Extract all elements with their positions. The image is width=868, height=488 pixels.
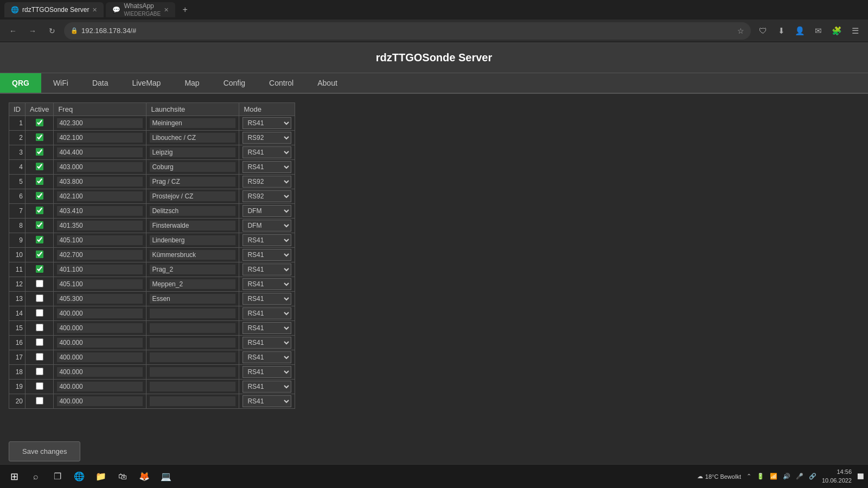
checkbox-4[interactable] [36, 163, 43, 170]
launch-input-16[interactable] [150, 338, 235, 348]
row-launch-3[interactable] [146, 145, 239, 160]
freq-input-17[interactable] [57, 352, 143, 362]
nav-tab-wifi[interactable]: WiFi [41, 73, 80, 93]
launch-input-1[interactable] [150, 118, 235, 128]
row-freq-2[interactable] [54, 131, 146, 145]
row-mode-17[interactable]: RS41RS92DFMM10M20IMET [239, 350, 295, 365]
row-launch-20[interactable] [146, 394, 239, 409]
checkbox-15[interactable] [36, 324, 43, 331]
row-freq-8[interactable] [54, 219, 146, 233]
mode-select-1[interactable]: RS41RS92DFMM10M20IMET [242, 117, 291, 129]
row-launch-8[interactable] [146, 219, 239, 233]
tab-close-whatsapp[interactable]: ✕ [164, 7, 169, 14]
checkbox-3[interactable] [36, 148, 43, 156]
row-active-17[interactable] [25, 350, 54, 365]
launch-input-12[interactable] [150, 279, 235, 289]
row-launch-17[interactable] [146, 350, 239, 365]
freq-input-2[interactable] [57, 133, 143, 143]
chevron-icon[interactable]: ⌃ [746, 473, 751, 480]
store-icon[interactable]: 🛍 [113, 467, 132, 486]
row-launch-7[interactable] [146, 204, 239, 219]
checkbox-10[interactable] [36, 251, 43, 258]
start-button[interactable]: ⊞ [4, 467, 24, 486]
row-freq-4[interactable] [54, 160, 146, 175]
mode-select-9[interactable]: RS41RS92DFMM10M20IMET [242, 234, 291, 246]
row-active-19[interactable] [25, 380, 54, 394]
freq-input-13[interactable] [57, 294, 143, 304]
row-launch-4[interactable] [146, 160, 239, 175]
freq-input-19[interactable] [57, 382, 143, 391]
row-freq-16[interactable] [54, 336, 146, 350]
row-freq-1[interactable] [54, 116, 146, 131]
row-freq-20[interactable] [54, 394, 146, 409]
mail-icon[interactable]: ✉ [810, 23, 826, 38]
terminal-icon[interactable]: 💻 [156, 467, 176, 486]
freq-input-10[interactable] [57, 250, 143, 260]
checkbox-6[interactable] [36, 192, 43, 200]
row-mode-4[interactable]: RS41RS92DFMM10M20IMET [239, 160, 295, 175]
refresh-button[interactable]: ↻ [44, 23, 60, 38]
row-mode-15[interactable]: RS41RS92DFMM10M20IMET [239, 321, 295, 336]
launch-input-20[interactable] [150, 396, 235, 406]
checkbox-13[interactable] [36, 294, 43, 302]
freq-input-16[interactable] [57, 338, 143, 348]
launch-input-10[interactable] [150, 250, 235, 260]
checkbox-17[interactable] [36, 353, 43, 361]
checkbox-11[interactable] [36, 265, 43, 273]
freq-input-12[interactable] [57, 279, 143, 289]
checkbox-19[interactable] [36, 382, 43, 390]
checkbox-9[interactable] [36, 236, 43, 243]
checkbox-18[interactable] [36, 368, 43, 375]
row-active-11[interactable] [25, 262, 54, 277]
mode-select-13[interactable]: RS41RS92DFMM10M20IMET [242, 293, 291, 305]
row-mode-9[interactable]: RS41RS92DFMM10M20IMET [239, 233, 295, 248]
volume-icon[interactable]: 🔊 [783, 473, 790, 480]
row-freq-9[interactable] [54, 233, 146, 248]
freq-input-9[interactable] [57, 235, 143, 245]
mode-select-14[interactable]: RS41RS92DFMM10M20IMET [242, 307, 291, 319]
row-mode-10[interactable]: RS41RS92DFMM10M20IMET [239, 248, 295, 262]
row-freq-7[interactable] [54, 204, 146, 219]
row-active-4[interactable] [25, 160, 54, 175]
checkbox-16[interactable] [36, 338, 43, 346]
row-launch-18[interactable] [146, 365, 239, 380]
row-launch-16[interactable] [146, 336, 239, 350]
bookmark-icon[interactable]: ☆ [737, 27, 744, 35]
launch-input-17[interactable] [150, 352, 235, 362]
mode-select-4[interactable]: RS41RS92DFMM10M20IMET [242, 161, 291, 173]
save-changes-button[interactable]: Save changes [9, 441, 80, 461]
mode-select-17[interactable]: RS41RS92DFMM10M20IMET [242, 351, 291, 363]
tab-whatsapp[interactable]: 💬 WhatsAppWIEDERGABE ✕ [106, 2, 175, 17]
freq-input-14[interactable] [57, 309, 143, 318]
row-freq-10[interactable] [54, 248, 146, 262]
checkbox-7[interactable] [36, 207, 43, 214]
mode-select-18[interactable]: RS41RS92DFMM10M20IMET [242, 366, 291, 378]
shield-icon[interactable]: 🛡 [755, 23, 770, 38]
launch-input-8[interactable] [150, 221, 235, 230]
forward-button[interactable]: → [25, 23, 40, 38]
freq-input-15[interactable] [57, 323, 143, 333]
row-active-12[interactable] [25, 277, 54, 292]
row-mode-2[interactable]: RS41RS92DFMM10M20IMET [239, 131, 295, 145]
explorer-icon[interactable]: 📁 [91, 467, 111, 486]
extension-icon[interactable]: 🧩 [829, 23, 844, 38]
show-desktop-icon[interactable]: ⬜ [857, 473, 864, 479]
launch-input-19[interactable] [150, 382, 235, 391]
row-active-8[interactable] [25, 219, 54, 233]
row-mode-8[interactable]: RS41RS92DFMM10M20IMET [239, 219, 295, 233]
checkbox-2[interactable] [36, 133, 43, 141]
launch-input-14[interactable] [150, 309, 235, 318]
mode-select-19[interactable]: RS41RS92DFMM10M20IMET [242, 381, 291, 393]
row-launch-19[interactable] [146, 380, 239, 394]
row-launch-10[interactable] [146, 248, 239, 262]
freq-input-6[interactable] [57, 191, 143, 201]
row-mode-3[interactable]: RS41RS92DFMM10M20IMET [239, 145, 295, 160]
row-mode-12[interactable]: RS41RS92DFMM10M20IMET [239, 277, 295, 292]
row-active-7[interactable] [25, 204, 54, 219]
search-taskbar-icon[interactable]: ⌕ [26, 467, 46, 486]
address-text[interactable]: 192.168.178.34/# [81, 27, 734, 35]
row-active-3[interactable] [25, 145, 54, 160]
row-freq-12[interactable] [54, 277, 146, 292]
freq-input-4[interactable] [57, 162, 143, 172]
row-active-14[interactable] [25, 306, 54, 321]
